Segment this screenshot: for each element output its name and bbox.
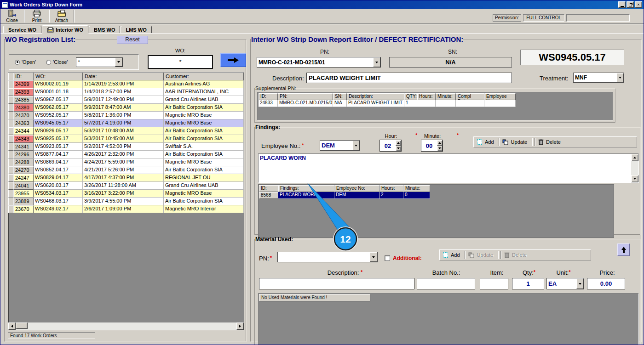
table-row[interactable]: 24341WS0923.05.175/2/2017 4:52:00 PMSwif… (8, 143, 244, 151)
column-header[interactable]: Compl Date: (456, 93, 484, 100)
scroll-right-button[interactable] (236, 322, 244, 330)
column-header[interactable]: Hours: (380, 185, 403, 192)
table-row[interactable]: 24296WS0877.04.174/26/2017 2:32:00 PMAir… (8, 151, 244, 158)
treatment-combo[interactable]: MNF (573, 73, 624, 83)
spin-down-icon[interactable] (396, 146, 401, 151)
attach-button[interactable]: Attach (50, 9, 73, 23)
column-header[interactable]: Employee No: (484, 93, 516, 100)
material-add-button[interactable]: Add (441, 251, 464, 259)
tab-bms-wo[interactable]: BMS WO (89, 26, 120, 34)
table-row[interactable]: 24343WS0925.05.175/3/2017 10:45:00 AMAir… (8, 135, 244, 143)
material-description-input[interactable] (259, 278, 414, 289)
chevron-down-icon[interactable] (616, 73, 624, 82)
close-window-button[interactable]: × (635, 1, 642, 8)
table-row[interactable]: 24041WS0620.03.173/26/2017 11:28:00 AMGr… (8, 182, 244, 190)
restore-button[interactable] (627, 1, 634, 8)
column-header[interactable]: Date: (83, 73, 164, 80)
material-item-input[interactable] (480, 278, 508, 289)
scroll-up-button[interactable] (631, 154, 638, 161)
column-header[interactable]: QTY: (404, 93, 417, 100)
findings-add-button[interactable]: Add (475, 138, 498, 146)
minimize-button[interactable] (618, 1, 626, 8)
findings-delete-button[interactable]: Delete (536, 138, 564, 146)
search-go-button[interactable] (220, 53, 246, 67)
chevron-down-icon[interactable] (115, 58, 122, 67)
wo-table-header: ID:WO:Date:Customer: (8, 73, 244, 80)
column-header[interactable]: SN: (333, 93, 347, 100)
table-row[interactable]: 24833MMRO-C-021-MD-0215/01N/APLACARD WEI… (259, 100, 612, 107)
findings-textarea[interactable]: PLACARD WORN (258, 153, 639, 183)
table-row[interactable]: 23955WS0534.03.173/16/2017 3:22:00 PMMag… (8, 190, 244, 198)
chevron-down-icon[interactable] (373, 57, 380, 67)
close-button[interactable]: Close (0, 9, 23, 23)
minute-spinner[interactable]: 00 (421, 140, 443, 152)
tab-lms-wo[interactable]: LMS WO (121, 26, 151, 34)
spin-up-icon[interactable] (396, 140, 401, 146)
pn-combo[interactable]: MMRO-C-021-MD-0215/01 (257, 57, 381, 68)
add-record-icon (477, 139, 483, 145)
table-row[interactable]: 24385WS0967.05.175/9/2017 12:49:00 PMGra… (8, 96, 244, 104)
treatment-combo-value: MNF (574, 74, 616, 81)
column-header[interactable]: ID: (259, 93, 278, 100)
material-price-input[interactable]: 0.00 (587, 278, 625, 289)
employee-no-combo[interactable]: DEM (320, 140, 360, 151)
chevron-down-icon[interactable] (352, 141, 360, 150)
table-row[interactable]: 23889WS0468.03.173/9/2017 4:55:00 PMAir … (8, 198, 244, 205)
reset-button[interactable]: Reset (117, 36, 148, 44)
radio-close[interactable] (46, 60, 51, 65)
column-header[interactable]: ID: (259, 185, 278, 192)
table-row[interactable]: 24370WS0952.05.175/8/2017 1:36:00 PMMagn… (8, 112, 244, 119)
window-title: Work Orders Strip Down Form (10, 2, 82, 7)
description-input[interactable]: PLACARD WEIGHT LIMIT (306, 73, 512, 83)
table-row[interactable]: 24363WS0945.05.175/7/2017 4:19:00 PMMagn… (8, 119, 244, 127)
column-header[interactable]: Employee No: (334, 185, 380, 192)
material-delete-button[interactable]: Delete (502, 251, 530, 259)
scroll-down-button[interactable] (631, 175, 638, 182)
print-button[interactable]: Print (25, 9, 48, 23)
column-header[interactable]: Description: (347, 93, 404, 100)
minimize-icon (621, 6, 624, 7)
table-row[interactable]: 24288WS0869.04.174/24/2017 5:59:00 PMMag… (8, 158, 244, 166)
column-header[interactable]: ID: (13, 73, 34, 80)
column-header[interactable]: Customer: (164, 73, 244, 80)
toolbar-separator (24, 10, 25, 23)
material-unit-combo[interactable]: EA (546, 278, 584, 289)
scroll-top-button[interactable] (617, 243, 630, 256)
material-update-button[interactable]: Update (466, 252, 497, 259)
vertical-scrollbar[interactable] (631, 154, 638, 182)
chevron-down-icon[interactable] (576, 278, 584, 289)
table-row[interactable]: 24399WS0002.01.191/14/2019 2:53:00 PMAus… (8, 80, 244, 88)
spin-down-icon[interactable] (437, 146, 443, 151)
column-header[interactable]: PN: (278, 93, 333, 100)
column-header[interactable]: WO: (34, 73, 83, 80)
spin-up-icon[interactable] (437, 140, 443, 146)
tab-interior-wo[interactable]: Interior WO (42, 25, 88, 34)
table-row[interactable]: 24380WS0962.05.175/9/2017 8:47:00 AMAir … (8, 104, 244, 112)
table-row[interactable]: 23670WS0249.02.172/6/2017 1:09:00 PMMagn… (8, 205, 244, 213)
scrollbar-thumb[interactable] (16, 322, 28, 329)
chevron-down-icon[interactable] (370, 252, 377, 262)
table-row[interactable]: 8568PLACARD WORNDEM20 (259, 192, 613, 199)
table-row[interactable]: 24393WS0001.01.181/4/2018 2:57:00 PMAAR … (8, 88, 244, 96)
tab-service-wo[interactable]: Service WO (3, 26, 41, 34)
scroll-left-button[interactable] (8, 322, 16, 330)
radio-open[interactable] (15, 60, 20, 65)
column-header[interactable]: Minute: (436, 93, 456, 100)
column-header[interactable]: Minute: (403, 185, 430, 192)
material-batch-input[interactable] (417, 278, 475, 289)
table-row[interactable]: 24247WS0829.04.174/17/2017 4:37:00 PMREG… (8, 174, 244, 182)
hour-spinner[interactable]: 02 (380, 140, 402, 152)
column-header[interactable]: Findings: (278, 185, 334, 192)
table-row[interactable]: 24344WS0926.05.175/3/2017 10:48:00 AMAir… (8, 127, 244, 135)
findings-group: Findings: Employee No.:* DEM Hour: * 02 (254, 124, 641, 235)
table-row[interactable]: 24270WS0852.04.174/21/2017 5:26:00 PMAir… (8, 166, 244, 174)
header-gutter (8, 73, 13, 80)
column-header[interactable]: Hours: (417, 93, 436, 100)
horizontal-scrollbar[interactable] (8, 322, 244, 330)
additional-checkbox[interactable] (385, 255, 390, 261)
material-pn-combo[interactable] (277, 252, 378, 262)
wo-search-input[interactable]: * (148, 55, 213, 69)
material-qty-input[interactable]: 1 (512, 278, 544, 289)
filter-combo[interactable]: * (76, 57, 123, 67)
findings-update-button[interactable]: Update (500, 139, 531, 146)
